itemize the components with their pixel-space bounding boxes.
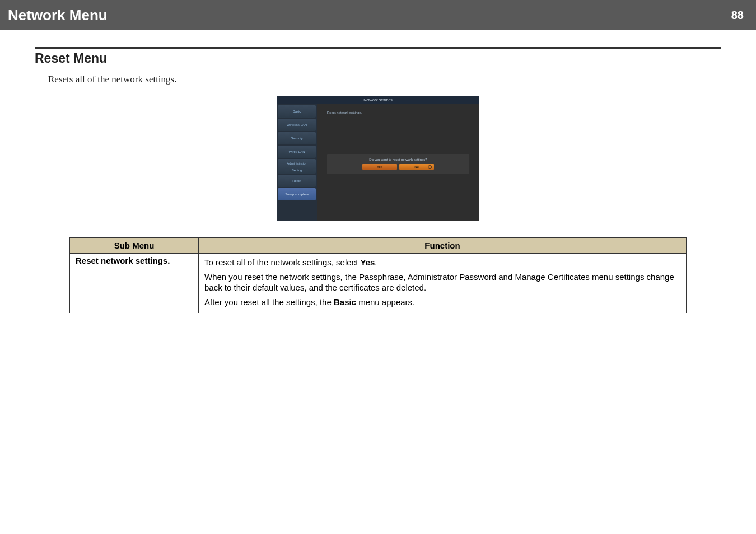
confirm-dialog: Do you want to reset network settings? Y… [327, 154, 469, 174]
dialog-yes-button: Yes [362, 164, 397, 170]
table-header-row: Sub Menu Function [70, 238, 687, 254]
line3-bold: Basic [334, 297, 356, 307]
table-row: Reset network settings. To reset all of … [70, 254, 687, 313]
line3-prefix: After you reset all the settings, the [204, 297, 334, 307]
sidebar-tab-wired: Wired LAN [278, 146, 316, 158]
header-function: Function [199, 238, 687, 254]
screenshot-titlebar: Network settings [277, 96, 479, 104]
line1-bold: Yes [360, 257, 375, 267]
function-line-1: To reset all of the network settings, se… [204, 257, 680, 268]
sidebar-tab-wireless: Wireless LAN [278, 119, 316, 131]
section-description: Resets all of the network settings. [48, 74, 721, 85]
section-heading: Reset Menu [35, 51, 721, 66]
page-number: 88 [731, 9, 744, 22]
header-sub-menu: Sub Menu [70, 238, 199, 254]
section-divider [35, 47, 721, 49]
row-label: Reset network settings. [70, 254, 199, 313]
dialog-no-button: No [399, 164, 434, 170]
dialog-question: Do you want to reset network settings? [332, 158, 465, 161]
row-function-cell: To reset all of the network settings, se… [199, 254, 687, 313]
sidebar-tab-complete: Setup complete [278, 188, 316, 200]
main-content: Reset Menu Resets all of the network set… [0, 30, 756, 313]
screenshot-sidebar: Basic Wireless LAN Security Wired LAN Ad… [277, 104, 317, 221]
header-bar: Network Menu 88 [0, 0, 756, 30]
dialog-button-row: Yes No [332, 164, 465, 170]
screenshot-body: Basic Wireless LAN Security Wired LAN Ad… [277, 104, 479, 221]
network-settings-screenshot: Network settings Basic Wireless LAN Secu… [277, 96, 479, 221]
admin-line2: Setting [292, 168, 302, 172]
function-line-3: After you reset all the settings, the Ba… [204, 297, 680, 308]
line1-suffix: . [375, 257, 377, 267]
sidebar-tab-reset: Reset [278, 175, 316, 187]
line1-prefix: To reset all of the network settings, se… [204, 257, 360, 267]
sidebar-tab-admin: Administrator Setting [278, 159, 316, 174]
admin-line1: Administrator [287, 162, 306, 165]
page-title: Network Menu [8, 7, 108, 24]
line3-suffix: menu appears. [356, 297, 414, 307]
panel-reset-label: Reset network settings. [327, 111, 362, 114]
function-line-2: When you reset the network settings, the… [204, 271, 680, 293]
function-table: Sub Menu Function Reset network settings… [69, 237, 687, 313]
screenshot-container: Network settings Basic Wireless LAN Secu… [35, 96, 721, 221]
sidebar-tab-security: Security [278, 132, 316, 144]
sidebar-tab-basic: Basic [278, 105, 316, 118]
screenshot-panel: Reset network settings. Do you want to r… [317, 104, 479, 221]
